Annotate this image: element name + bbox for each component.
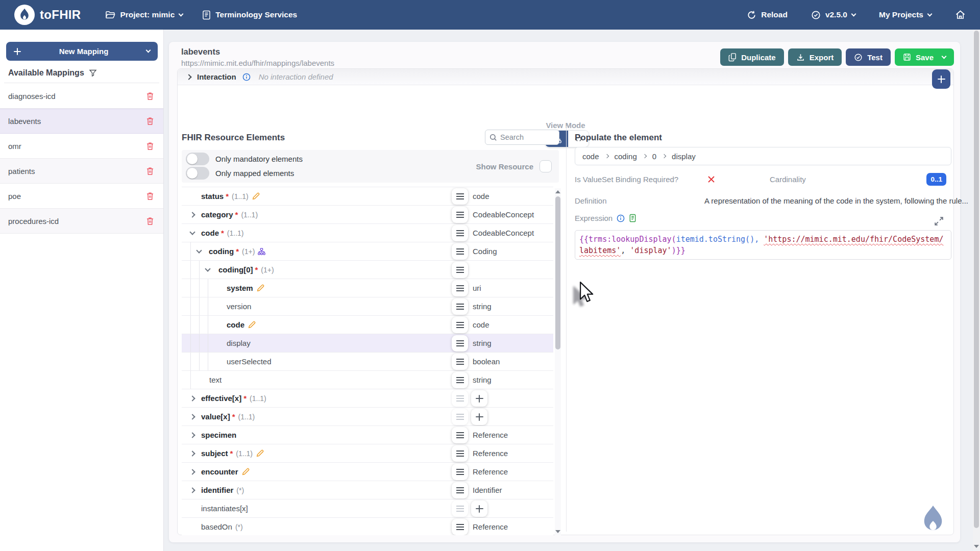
chevron-down-icon[interactable] [189, 229, 195, 235]
row-menu-button[interactable] [452, 482, 468, 498]
tree-row[interactable]: basedOn(*) Reference [182, 518, 553, 535]
expression-editor[interactable]: {{trms:lookupDisplay(itemid.toString(), … [575, 230, 951, 260]
trash-icon[interactable] [146, 92, 154, 101]
tree-row[interactable]: version string [182, 297, 553, 316]
row-menu-button[interactable] [452, 464, 468, 480]
breadcrumb-item[interactable]: display [672, 152, 696, 161]
list-item[interactable]: procedures-icd [0, 209, 163, 234]
trash-icon[interactable] [146, 192, 154, 201]
interaction-section[interactable]: Interaction No interaction defined [178, 69, 953, 85]
scroll-down-arrow[interactable] [555, 530, 560, 533]
row-menu-button[interactable] [452, 243, 468, 260]
row-menu-button[interactable] [452, 427, 468, 443]
only-mandatory-toggle[interactable] [186, 153, 209, 165]
expand-icon[interactable] [934, 216, 944, 227]
chevron-right-icon[interactable] [189, 469, 195, 474]
row-menu-button[interactable] [452, 409, 468, 425]
tree-row[interactable]: subject*(1..1) Reference [182, 444, 553, 463]
filter-icon[interactable] [89, 69, 97, 77]
chevron-right-icon[interactable] [189, 395, 195, 401]
breadcrumb-item[interactable]: coding [615, 152, 637, 161]
row-menu-button[interactable] [452, 372, 468, 388]
tree-row[interactable]: system uri [182, 279, 553, 297]
scrollbar-thumb[interactable] [555, 196, 560, 349]
row-menu-button[interactable] [452, 262, 468, 278]
app-logo[interactable]: toFHIR [14, 5, 81, 25]
version-selector[interactable]: v2.5.0 [811, 10, 855, 20]
tree-row[interactable]: specimen Reference [182, 426, 553, 444]
tree-row[interactable]: code code [182, 316, 553, 334]
chevron-right-icon[interactable] [189, 487, 195, 493]
chevron-down-icon[interactable] [205, 266, 210, 271]
scroll-down-arrow[interactable] [974, 545, 979, 548]
row-menu-button[interactable] [452, 500, 468, 517]
row-menu-button[interactable] [452, 317, 468, 333]
tree-row[interactable]: text string [182, 371, 553, 389]
tree-row[interactable]: status*(1..1) code [182, 187, 553, 206]
terminology-services-link[interactable]: Terminology Services [202, 10, 297, 20]
test-button[interactable]: Test [846, 48, 891, 66]
tree-row-selected[interactable]: display string [182, 334, 553, 353]
chevron-right-icon[interactable] [189, 414, 195, 419]
add-element-button[interactable] [471, 390, 487, 407]
row-menu-button[interactable] [452, 335, 468, 352]
list-item[interactable]: patients [0, 159, 163, 184]
row-menu-button[interactable] [452, 188, 468, 205]
scroll-up-arrow[interactable] [555, 190, 560, 193]
add-element-button[interactable] [471, 409, 487, 425]
tree-row[interactable]: coding[0]*(1+) [182, 261, 553, 279]
add-element-button[interactable] [471, 500, 487, 517]
row-menu-button[interactable] [452, 207, 468, 223]
reload-button[interactable]: Reload [747, 10, 788, 20]
breadcrumb-item[interactable]: 0 [652, 152, 656, 161]
row-menu-button[interactable] [452, 519, 468, 535]
list-item[interactable]: diagnoses-icd [0, 84, 163, 109]
row-menu-button[interactable] [452, 298, 468, 315]
breadcrumb-item[interactable]: code [582, 152, 599, 161]
new-mapping-button[interactable]: New Mapping [6, 42, 158, 61]
info-icon[interactable] [242, 73, 251, 81]
tree-row[interactable]: code*(1..1) CodeableConcept [182, 224, 553, 242]
window-scrollbar[interactable] [973, 30, 980, 551]
trash-icon[interactable] [146, 217, 154, 226]
duplicate-button[interactable]: Duplicate [720, 48, 784, 66]
journal-green-icon[interactable] [629, 214, 636, 222]
chevron-down-icon[interactable] [196, 247, 202, 253]
show-resource-checkbox[interactable] [540, 160, 552, 172]
row-menu-button[interactable] [452, 354, 468, 370]
tree-row[interactable]: instantiates[x] [182, 499, 553, 518]
my-projects-menu[interactable]: My Projects [879, 10, 932, 19]
trash-icon[interactable] [146, 142, 154, 151]
add-interaction-button[interactable] [932, 69, 950, 89]
tree-row[interactable]: encounter Reference [182, 463, 553, 481]
row-menu-button[interactable] [452, 445, 468, 462]
tree-row[interactable]: coding*(1+) Coding [182, 242, 553, 261]
tree-row[interactable]: category*(1..1) CodeableConcept [182, 206, 553, 224]
chevron-right-icon[interactable] [189, 432, 195, 438]
tree-row[interactable]: value[x]*(1..1) [182, 408, 553, 426]
tree-row[interactable]: userSelected boolean [182, 353, 553, 371]
row-menu-button[interactable] [452, 280, 468, 296]
row-menu-button[interactable] [452, 225, 468, 241]
menu-icon [456, 340, 464, 346]
list-item-selected[interactable]: labevents [0, 109, 163, 134]
project-selector[interactable]: Project: mimic [105, 10, 183, 19]
trash-icon[interactable] [146, 167, 154, 176]
chevron-down-icon[interactable] [942, 54, 947, 59]
tree-row[interactable]: effective[x]*(1..1) [182, 389, 553, 408]
row-menu-button[interactable] [452, 390, 468, 407]
tree-scrollbar[interactable] [555, 188, 561, 535]
chevron-right-icon[interactable] [189, 450, 195, 456]
trash-icon[interactable] [146, 117, 154, 126]
tree-row[interactable]: identifier(*) Identifier [182, 481, 553, 499]
list-item[interactable]: omr [0, 134, 163, 159]
save-button[interactable]: Save [895, 48, 954, 66]
chevron-right-icon[interactable] [189, 212, 195, 217]
scrollbar-thumb[interactable] [974, 31, 979, 528]
home-icon[interactable] [955, 10, 966, 20]
list-item[interactable]: poe [0, 184, 163, 209]
info-icon[interactable] [617, 214, 625, 222]
only-mapped-toggle[interactable] [186, 167, 209, 180]
export-button[interactable]: Export [788, 48, 842, 66]
search-input[interactable] [500, 133, 551, 141]
